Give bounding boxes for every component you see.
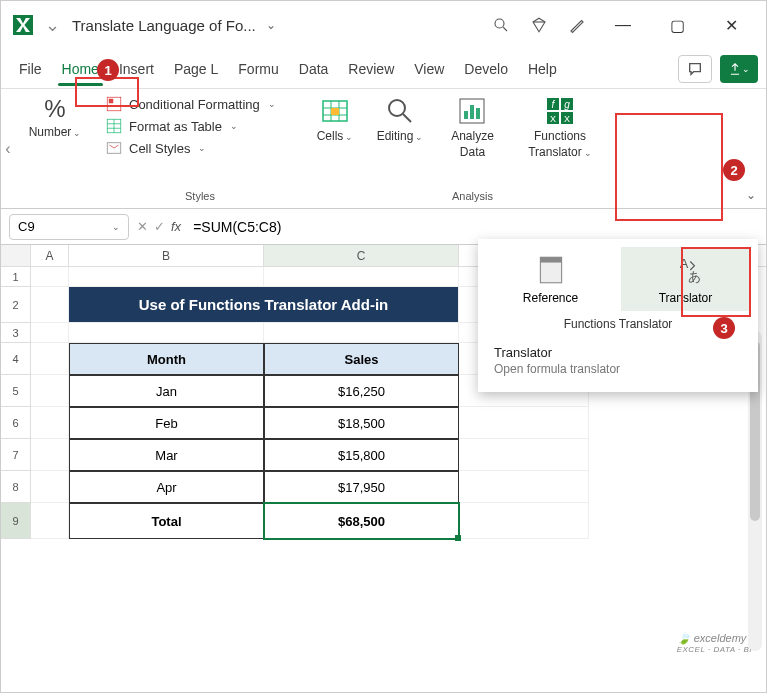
row-header-7[interactable]: 7 [1,439,31,471]
document-title[interactable]: Translate Language of Fo... [72,17,256,34]
cell-sales[interactable]: $17,950 [264,471,459,503]
reference-button[interactable]: Reference [486,247,615,311]
cell[interactable] [264,323,459,343]
row-header-2[interactable]: 2 [1,287,31,323]
share-button[interactable]: ⌄ [720,55,758,83]
tab-data[interactable]: Data [289,53,339,85]
cell[interactable] [31,323,69,343]
cell-month[interactable]: Mar [69,439,264,471]
cell[interactable] [31,287,69,323]
cell-total-value[interactable]: $68,500 [264,503,459,539]
name-box[interactable]: C9⌄ [9,214,129,240]
percent-icon: % [44,95,65,123]
cell[interactable] [31,343,69,375]
cell[interactable] [31,267,69,287]
callout-2: 2 [723,159,745,181]
row-header-9[interactable]: 9 [1,503,31,539]
tab-page-layout[interactable]: Page L [164,53,228,85]
cell-month[interactable]: Feb [69,407,264,439]
cell-month[interactable]: Jan [69,375,264,407]
row-header-8[interactable]: 8 [1,471,31,503]
header-sales[interactable]: Sales [264,343,459,375]
format-as-table-button[interactable]: Format as Table⌄ [105,117,238,135]
minimize-button[interactable]: — [600,10,646,40]
title-banner[interactable]: Use of Functions Translator Add-in [69,287,459,323]
cell-sales[interactable]: $16,250 [264,375,459,407]
ribbon-group-cells: Cells⌄ [305,89,365,208]
cell-styles-button[interactable]: Cell Styles⌄ [105,139,206,157]
titlebar: ⌄ Translate Language of Fo... ⌄ — ▢ ✕ [1,1,766,49]
row-header-6[interactable]: 6 [1,407,31,439]
search-icon[interactable] [486,10,516,40]
svg-point-15 [389,100,405,116]
cell[interactable] [31,439,69,471]
collapse-ribbon-button[interactable]: ⌄ [746,188,756,202]
tab-help[interactable]: Help [518,53,567,85]
row-header-5[interactable]: 5 [1,375,31,407]
cell[interactable] [31,407,69,439]
cell-sales[interactable]: $15,800 [264,439,459,471]
cancel-formula-icon[interactable]: ✕ [137,219,148,234]
maximize-button[interactable]: ▢ [654,10,700,40]
cells-button[interactable]: Cells⌄ [317,95,354,143]
tab-file[interactable]: File [9,53,52,85]
svg-rect-20 [476,108,480,119]
tooltip-body: Open formula translator [494,362,742,376]
cell[interactable] [264,267,459,287]
namebox-dropdown-icon[interactable]: ⌄ [112,222,120,232]
cell[interactable] [31,503,69,539]
cell[interactable] [31,375,69,407]
cell-month[interactable]: Apr [69,471,264,503]
svg-text:g: g [564,99,570,110]
title-dropdown-icon[interactable]: ⌄ [266,18,276,32]
col-header-a[interactable]: A [31,245,69,266]
cell-total-label[interactable]: Total [69,503,264,539]
tab-formulas[interactable]: Formu [228,53,288,85]
col-header-b[interactable]: B [69,245,264,266]
header-month[interactable]: Month [69,343,264,375]
editing-button[interactable]: Editing⌄ [377,95,424,143]
row-header-3[interactable]: 3 [1,323,31,343]
col-header-c[interactable]: C [264,245,459,266]
highlight-translator-item [681,247,751,317]
cells-icon [319,95,351,127]
tab-developer[interactable]: Develo [454,53,518,85]
fx-icon[interactable]: fx [171,219,181,234]
comments-button[interactable] [678,55,712,83]
select-all-corner[interactable] [1,245,31,266]
tooltip: Translator Open formula translator [486,337,750,384]
cell[interactable] [459,503,589,539]
ribbon-group-functions-translator: f g X X Functions Translator⌄ [510,89,610,208]
functions-translator-icon: f g X X [544,95,576,127]
pen-icon[interactable] [562,10,592,40]
cell-sales[interactable]: $18,500 [264,407,459,439]
number-format-button[interactable]: % Number⌄ [29,95,82,139]
tab-view[interactable]: View [404,53,454,85]
cell-styles-icon [105,139,123,157]
ribbon-group-editing: Editing⌄ [365,89,435,208]
cell[interactable] [459,471,589,503]
cell[interactable] [459,407,589,439]
callout-3: 3 [713,317,735,339]
row-header-1[interactable]: 1 [1,267,31,287]
analyze-data-button[interactable]: Analyze Data [451,95,494,159]
premium-diamond-icon[interactable] [524,10,554,40]
svg-text:X: X [550,114,556,124]
cell[interactable] [31,471,69,503]
cell[interactable] [69,323,264,343]
svg-rect-14 [331,108,339,115]
excel-app-icon[interactable] [13,15,33,35]
close-button[interactable]: ✕ [708,10,754,40]
table-icon [105,117,123,135]
enter-formula-icon[interactable]: ✓ [154,219,165,234]
find-icon [384,95,416,127]
callout-1: 1 [97,59,119,81]
functions-translator-button[interactable]: f g X X Functions Translator⌄ [528,95,592,159]
ribbon-scroll-left[interactable]: ‹ [1,89,15,208]
svg-line-1 [503,27,507,31]
tooltip-title: Translator [494,345,742,360]
cell[interactable] [69,267,264,287]
row-header-4[interactable]: 4 [1,343,31,375]
tab-review[interactable]: Review [338,53,404,85]
cell[interactable] [459,439,589,471]
